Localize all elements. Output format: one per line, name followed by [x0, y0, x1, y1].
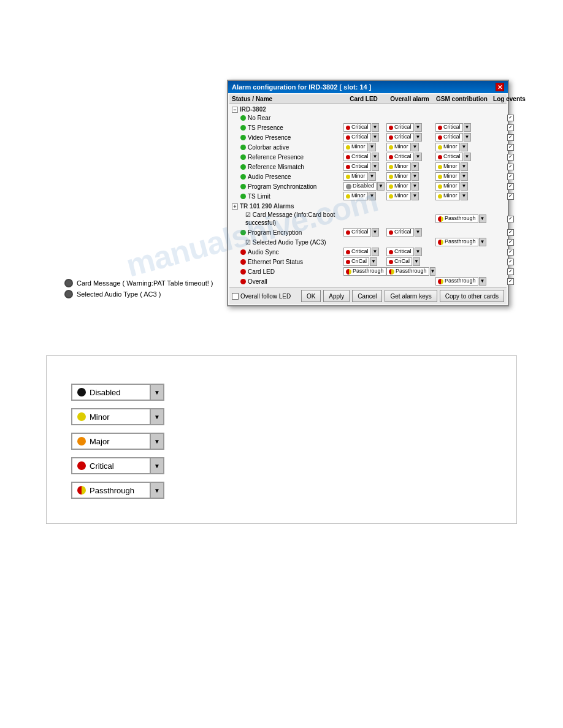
disabled-dot: [77, 388, 86, 396]
minor-dot: [77, 412, 86, 421]
log-checkbox[interactable]: ✓: [507, 144, 514, 151]
group-expand-ird3802[interactable]: −: [232, 107, 238, 113]
gsm-select[interactable]: Passthrough▼: [435, 238, 491, 246]
passthrough-dropdown[interactable]: ▼: [151, 482, 164, 499]
list-item: Critical ▼: [71, 457, 492, 474]
gsm-select[interactable]: Minor▼: [435, 192, 491, 200]
log-checkbox[interactable]: ✓: [507, 124, 514, 131]
overall-select[interactable]: Critical▼: [386, 133, 435, 142]
minor-dropdown[interactable]: ▼: [151, 408, 164, 425]
close-button[interactable]: ✕: [496, 83, 504, 91]
passthrough-badge: Passthrough: [71, 482, 151, 499]
overall-follow-checkbox[interactable]: [232, 293, 239, 300]
log-checkbox[interactable]: ✓: [507, 173, 514, 180]
gsm-select[interactable]: Critical▼: [435, 153, 491, 161]
card-led-select[interactable]: Critical▼: [343, 228, 386, 237]
status-dot: [240, 135, 246, 140]
card-led-select[interactable]: Critical▼: [343, 153, 386, 161]
ok-button[interactable]: OK: [301, 290, 321, 302]
dialog-footer: Overall follow LED OK Apply Cancel Get a…: [229, 287, 507, 304]
overall-select[interactable]: Minor▼: [386, 182, 435, 191]
log-checkbox[interactable]: ✓: [507, 229, 514, 236]
major-dropdown[interactable]: ▼: [151, 433, 164, 450]
annotations-section: Card Message ( Warning:PAT Table timeout…: [64, 279, 213, 301]
status-dot: [240, 184, 246, 189]
log-checkbox[interactable]: ✓: [507, 239, 514, 246]
gsm-select[interactable]: Passthrough▼: [435, 214, 491, 223]
log-checkbox[interactable]: ✓: [507, 249, 514, 256]
table-row: ☑ Selected Audio Type (AC3) Passthrough▼…: [232, 237, 504, 247]
log-checkbox[interactable]: ✓: [507, 278, 514, 285]
annotation-row: Card Message ( Warning:PAT Table timeout…: [64, 279, 213, 287]
col-gsm: GSM contribution: [434, 96, 489, 102]
critical-dot: [77, 461, 86, 470]
gsm-select[interactable]: Minor▼: [435, 143, 491, 151]
log-checkbox[interactable]: ✓: [507, 216, 514, 222]
copy-other-cards-button[interactable]: Copy to other cards: [440, 290, 504, 302]
overall-select[interactable]: Minor▼: [386, 143, 435, 151]
overall-select[interactable]: Critical▼: [386, 248, 435, 256]
overall-select[interactable]: Minor▼: [386, 192, 435, 200]
status-dot: [240, 174, 246, 180]
log-checkbox[interactable]: ✓: [507, 193, 514, 200]
overall-select[interactable]: Critical▼: [386, 123, 435, 132]
table-row: Video Presence Critical▼ Critical▼ Criti…: [232, 132, 504, 142]
legend-box: Disabled ▼ Minor ▼ Major ▼ Critical: [46, 355, 517, 524]
log-checkbox[interactable]: ✓: [507, 183, 514, 190]
gsm-select[interactable]: Minor▼: [435, 182, 491, 191]
log-checkbox[interactable]: ✓: [507, 134, 514, 141]
gsm-select[interactable]: Critical▼: [435, 123, 491, 132]
annotation-row: Selected Audio Type ( AC3 ): [64, 290, 213, 298]
overall-select[interactable]: CriCal▼: [386, 257, 435, 266]
log-checkbox[interactable]: ✓: [507, 164, 514, 170]
major-dot: [77, 437, 86, 446]
overall-select[interactable]: Critical▼: [386, 228, 435, 237]
log-checkbox[interactable]: ✓: [507, 154, 514, 161]
alarm-config-dialog: Alarm configuration for IRD-3802 [ slot:…: [227, 80, 509, 306]
card-led-select[interactable]: Critical▼: [343, 248, 386, 256]
cancel-button[interactable]: Cancel: [352, 290, 382, 302]
gsm-select[interactable]: Critical▼: [435, 133, 491, 142]
log-checkbox[interactable]: ✓: [507, 259, 514, 265]
apply-button[interactable]: Apply: [323, 290, 350, 302]
table-row: Reference Mismatch Critical▼ Minor▼ Mino…: [232, 162, 504, 172]
overall-select[interactable]: Minor▼: [386, 162, 435, 171]
card-led-select[interactable]: Passthrough▼: [343, 267, 386, 276]
card-led-select[interactable]: Critical▼: [343, 162, 386, 171]
card-led-select[interactable]: Minor▼: [343, 172, 386, 181]
group-expand-tr101290[interactable]: +: [232, 203, 238, 210]
col-overall: Overall alarm: [385, 96, 434, 102]
warning-icon: [64, 279, 73, 287]
table-row: Program Synchronization Disabled▼ Minor▼…: [232, 181, 504, 191]
list-item: Passthrough ▼: [71, 482, 492, 499]
card-led-select[interactable]: CriCal▼: [343, 257, 386, 266]
legend-items: Disabled ▼ Minor ▼ Major ▼ Critical: [71, 384, 492, 499]
table-row: Card LED Passthrough▼ Passthrough▼ ✓: [232, 267, 504, 276]
gsm-select[interactable]: Minor▼: [435, 172, 491, 181]
gsm-select[interactable]: Minor▼: [435, 162, 491, 171]
overall-select[interactable]: Passthrough▼: [386, 267, 435, 276]
table-row: No Rear ✓: [232, 113, 504, 123]
major-label: Major: [90, 437, 110, 446]
list-item: Minor ▼: [71, 408, 492, 425]
disabled-badge: Disabled: [71, 384, 151, 401]
table-row: Program Encryption Critical▼ Critical▼ ✓: [232, 227, 504, 237]
table-row: Reference Presence Critical▼ Critical▼ C…: [232, 152, 504, 162]
card-led-select[interactable]: Minor▼: [343, 143, 386, 151]
card-led-select[interactable]: Critical▼: [343, 123, 386, 132]
critical-dropdown[interactable]: ▼: [151, 457, 164, 474]
disabled-dropdown[interactable]: ▼: [151, 384, 164, 401]
disabled-label: Disabled: [90, 388, 121, 397]
log-checkbox[interactable]: ✓: [507, 115, 514, 121]
get-alarm-keys-button[interactable]: Get alarm keys: [385, 290, 437, 302]
overall-select[interactable]: Critical▼: [386, 153, 435, 161]
passthrough-dot: [77, 486, 86, 495]
card-led-select[interactable]: Disabled▼: [343, 182, 386, 191]
card-led-select[interactable]: Critical▼: [343, 133, 386, 142]
gsm-select[interactable]: Passthrough▼: [435, 277, 491, 286]
card-led-select[interactable]: Minor▼: [343, 192, 386, 200]
overall-select[interactable]: Minor▼: [386, 172, 435, 181]
annotation-text: Card Message ( Warning:PAT Table timeout…: [77, 279, 213, 287]
status-dot: [240, 145, 246, 150]
log-checkbox[interactable]: ✓: [507, 268, 514, 275]
